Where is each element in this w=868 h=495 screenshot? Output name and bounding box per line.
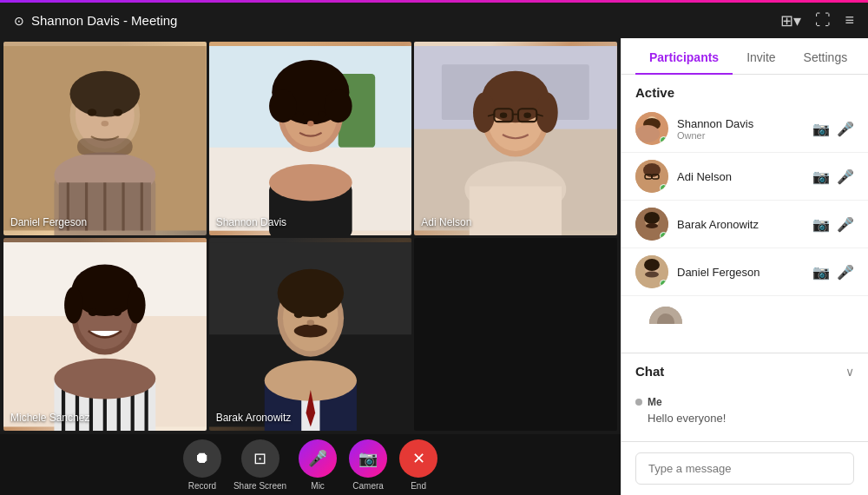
meeting-icon: ⊙ — [14, 14, 24, 28]
avatar-shannon — [635, 112, 668, 145]
video-cell-adi: Adi Nelson — [414, 42, 617, 235]
chevron-down-icon: ∨ — [845, 365, 854, 379]
participant-icons-adi: 📷 🎤 — [812, 168, 854, 185]
participant-name-daniel: Daniel Fergeson — [677, 266, 804, 279]
svg-point-72 — [318, 310, 327, 317]
fullscreen-icon[interactable]: ⛶ — [815, 11, 831, 30]
svg-point-24 — [324, 89, 352, 122]
video-cell-shannon: Shannon Davis — [209, 42, 412, 235]
tab-settings[interactable]: Settings — [790, 38, 862, 75]
participant-row-daniel: Daniel Fergeson 📷 🎤 — [621, 248, 868, 296]
participant-icons-daniel: 📷 🎤 — [812, 264, 854, 280]
meeting-title: Shannon Davis - Meeting — [31, 13, 177, 28]
main-content: Daniel Fergeson — [0, 38, 868, 495]
participant-info-shannon: Shannon Davis Owner — [677, 117, 804, 141]
svg-point-29 — [269, 164, 352, 201]
camera-label: Camera — [352, 481, 384, 491]
participant-info-barak: Barak Aronowitz — [677, 218, 804, 231]
video-icon-daniel[interactable]: 📷 — [812, 264, 830, 280]
record-icon: ⏺ — [183, 439, 221, 478]
online-dot-barak — [660, 232, 667, 240]
online-dot-shannon — [660, 136, 667, 144]
tab-participants[interactable]: Participants — [635, 38, 733, 75]
svg-point-27 — [307, 121, 313, 126]
online-dot-daniel — [660, 280, 667, 287]
end-call-label: End — [411, 481, 426, 491]
chat-sender-name: Me — [648, 396, 662, 408]
end-call-icon: ✕ — [399, 439, 437, 478]
svg-point-73 — [306, 320, 313, 325]
mic-icon-adi[interactable]: 🎤 — [837, 168, 854, 185]
video-grid: Daniel Fergeson — [0, 38, 621, 434]
mic-button[interactable]: 🎤 Mic — [299, 439, 337, 491]
record-label: Record — [188, 481, 216, 491]
svg-point-81 — [635, 125, 660, 142]
participant-name-shannon: Shannon Davis — [677, 117, 804, 130]
layout-icon[interactable]: ⊞▾ — [780, 11, 801, 30]
chat-input-area — [621, 441, 868, 495]
svg-point-23 — [269, 89, 297, 122]
sidebar-tabs: Participants Invite Settings — [621, 38, 868, 75]
chat-message-sender: Me — [635, 396, 854, 408]
record-button[interactable]: ⏺ Record — [183, 439, 221, 491]
avatar-daniel — [635, 255, 668, 288]
svg-rect-9 — [77, 138, 133, 155]
controls-bar: ⏺ Record ⊡ Share Screen 🎤 Mic 📷 Camera ✕… — [0, 434, 621, 495]
chat-header[interactable]: Chat ∨ — [621, 353, 868, 389]
participant-icons-barak: 📷 🎤 — [812, 216, 854, 233]
svg-point-8 — [102, 121, 108, 126]
video-icon-barak[interactable]: 📷 — [812, 216, 830, 233]
partial-avatar-row — [621, 296, 868, 334]
chat-messages: Me Hello everyone! — [621, 389, 868, 441]
svg-point-52 — [64, 287, 82, 323]
video-label-daniel: Daniel Fergeson — [10, 216, 87, 228]
mic-icon-barak[interactable]: 🎤 — [837, 216, 854, 233]
svg-point-44 — [524, 113, 531, 118]
mic-icon: 🎤 — [299, 439, 337, 478]
video-cell-michele: Michele Sanchez — [3, 238, 207, 432]
camera-icon: 📷 — [349, 439, 387, 478]
chat-input[interactable] — [635, 452, 854, 485]
mic-icon-daniel[interactable]: 🎤 — [837, 264, 854, 280]
avatar-barak — [635, 208, 668, 241]
chat-section: Chat ∨ Me Hello everyone! — [621, 353, 868, 495]
svg-point-36 — [473, 92, 495, 133]
tab-invite[interactable]: Invite — [733, 38, 789, 75]
video-icon-shannon[interactable]: 📷 — [812, 121, 830, 137]
participant-info-daniel: Daniel Fergeson — [677, 266, 804, 279]
top-bar: ⊙ Shannon Davis - Meeting ⊞▾ ⛶ ≡ — [0, 0, 868, 38]
video-label-shannon: Shannon Davis — [216, 216, 286, 228]
svg-rect-46 — [470, 186, 562, 234]
video-label-barak: Barak Aronowitz — [216, 412, 292, 424]
svg-point-26 — [318, 111, 325, 117]
chat-label: Chat — [635, 364, 664, 379]
svg-point-25 — [295, 111, 302, 117]
screen-share-button[interactable]: ⊡ Share Screen — [233, 439, 286, 491]
end-call-button[interactable]: ✕ End — [399, 439, 437, 491]
mic-label: Mic — [311, 481, 325, 491]
video-cell-daniel: Daniel Fergeson — [3, 42, 207, 235]
participant-row-adi: Adi Nelson 📷 🎤 — [621, 153, 868, 201]
participants-list: Shannon Davis Owner 📷 🎤 — [621, 105, 868, 353]
participant-name-barak: Barak Aronowitz — [677, 218, 804, 231]
chat-dot — [635, 399, 642, 406]
video-area: Daniel Fergeson — [0, 38, 621, 495]
svg-point-70 — [293, 324, 326, 337]
avatar-adi — [635, 160, 668, 193]
partial-avatar — [649, 307, 682, 324]
participant-row-barak: Barak Aronowitz 📷 🎤 — [621, 201, 868, 248]
camera-button[interactable]: 📷 Camera — [349, 439, 387, 491]
video-icon-adi[interactable]: 📷 — [812, 168, 830, 185]
svg-point-69 — [277, 268, 343, 316]
svg-point-71 — [293, 310, 303, 317]
video-cell-barak: Barak Aronowitz — [209, 238, 412, 432]
sidebar: Participants Invite Settings Active — [621, 38, 868, 495]
screen-share-label: Share Screen — [233, 481, 286, 491]
svg-point-93 — [644, 259, 660, 271]
participant-icons-shannon: 📷 🎤 — [812, 121, 854, 137]
svg-point-89 — [644, 212, 660, 224]
menu-icon[interactable]: ≡ — [845, 11, 854, 30]
participant-name-adi: Adi Nelson — [677, 170, 804, 183]
top-bar-actions: ⊞▾ ⛶ ≡ — [780, 11, 854, 30]
mic-icon-shannon[interactable]: 🎤 — [837, 121, 854, 137]
